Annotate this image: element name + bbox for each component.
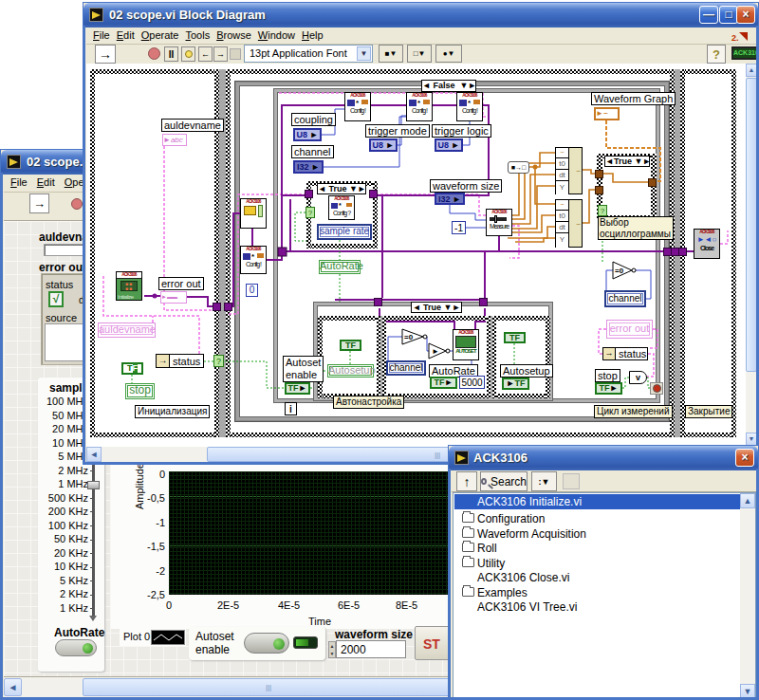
svg-text:=0: =0 xyxy=(615,267,624,275)
